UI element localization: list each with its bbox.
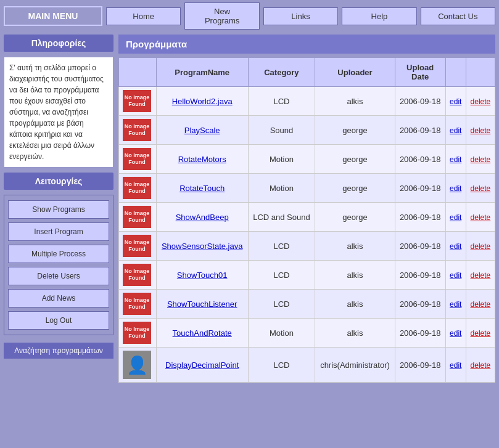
program-category-cell: LCD	[248, 232, 315, 261]
program-name-cell: PlayScale	[156, 116, 248, 145]
program-name-cell: ShowTouchListener	[156, 290, 248, 319]
delete-link[interactable]: delete	[471, 300, 491, 309]
program-name-cell: RotateMotors	[156, 145, 248, 174]
delete-link[interactable]: delete	[471, 361, 491, 370]
program-delete-cell: delete	[466, 203, 495, 232]
program-uploader-cell: alkis	[315, 261, 395, 290]
no-image-placeholder: No Image Found	[123, 119, 151, 141]
program-name-link[interactable]: TouchAndRotate	[173, 328, 232, 338]
program-uploader-cell: george	[315, 174, 395, 203]
table-row: 👤DisplayDecimalPointLCDchris(Administrat…	[119, 348, 495, 383]
program-delete-cell: delete	[466, 348, 495, 383]
edit-link[interactable]: edit	[450, 184, 461, 193]
edit-link[interactable]: edit	[450, 329, 461, 338]
program-name-link[interactable]: ShowTouchListener	[167, 299, 237, 309]
delete-link[interactable]: delete	[471, 329, 491, 338]
col-upload-date: UploadDate	[395, 58, 445, 87]
delete-link[interactable]: delete	[471, 97, 491, 106]
col-category: Category	[248, 58, 315, 87]
program-category-cell: LCD	[248, 290, 315, 319]
program-name-cell: RotateTouch	[156, 174, 248, 203]
delete-users-button[interactable]: Delete Users	[8, 267, 109, 285]
program-delete-cell: delete	[466, 174, 495, 203]
program-category-cell: Motion	[248, 145, 315, 174]
main-menu-label: MAIN MENU	[4, 6, 102, 26]
table-row: No Image FoundRotateMotorsMotiongeorge20…	[119, 145, 495, 174]
program-name-link[interactable]: ShowSensorState.java	[162, 242, 243, 251]
delete-link[interactable]: delete	[471, 242, 491, 251]
edit-link[interactable]: edit	[450, 242, 461, 251]
delete-link[interactable]: delete	[471, 184, 491, 193]
program-image-cell: No Image Found	[119, 116, 157, 145]
logout-button[interactable]: Log Out	[8, 311, 109, 330]
info-section-title: Πληροφορίες	[4, 35, 113, 52]
top-nav: MAIN MENU Home New Programs Links Help C…	[0, 0, 499, 32]
show-programs-button[interactable]: Show Programs	[8, 200, 109, 219]
program-name-link[interactable]: DisplayDecimalPoint	[165, 360, 239, 370]
nav-help-button[interactable]: Help	[342, 7, 416, 25]
program-date-cell: 2006-09-18	[395, 319, 445, 348]
edit-link[interactable]: edit	[450, 300, 461, 309]
delete-link[interactable]: delete	[471, 271, 491, 280]
no-image-placeholder: No Image Found	[123, 90, 151, 112]
delete-link[interactable]: delete	[471, 213, 491, 222]
col-image	[119, 58, 157, 87]
program-name-link[interactable]: RotateMotors	[178, 155, 226, 164]
program-category-cell: LCD and Sound	[248, 203, 315, 232]
program-delete-cell: delete	[466, 319, 495, 348]
program-date-cell: 2006-09-18	[395, 145, 445, 174]
program-edit-cell: edit	[445, 116, 466, 145]
program-name-link[interactable]: ShowTouch01	[177, 271, 228, 280]
program-delete-cell: delete	[466, 87, 495, 116]
delete-link[interactable]: delete	[471, 155, 491, 164]
table-row: No Image FoundShowAndBeepLCD and Soundge…	[119, 203, 495, 232]
program-name-link[interactable]: ShowAndBeep	[176, 213, 229, 222]
insert-program-button[interactable]: Insert Program	[8, 222, 109, 241]
edit-link[interactable]: edit	[450, 155, 461, 164]
nav-contact-us-button[interactable]: Contact Us	[421, 7, 495, 25]
nav-links-button[interactable]: Links	[263, 7, 338, 25]
program-delete-cell: delete	[466, 116, 495, 145]
edit-link[interactable]: edit	[450, 361, 461, 370]
main-layout: Πληροφορίες Σ' αυτή τη σελίδα μπορεί ο δ…	[0, 32, 499, 385]
program-image: 👤	[123, 351, 151, 379]
add-news-button[interactable]: Add News	[8, 289, 109, 307]
program-edit-cell: edit	[445, 232, 466, 261]
program-date-cell: 2006-09-18	[395, 261, 445, 290]
program-edit-cell: edit	[445, 145, 466, 174]
program-name-cell: HelloWorld2.java	[156, 87, 248, 116]
program-category-cell: Sound	[248, 116, 315, 145]
program-name-link[interactable]: HelloWorld2.java	[172, 97, 233, 106]
program-edit-cell: edit	[445, 87, 466, 116]
table-header-row: ProgramName Category Uploader UploadDate	[119, 58, 495, 87]
program-delete-cell: delete	[466, 261, 495, 290]
edit-link[interactable]: edit	[450, 271, 461, 280]
program-name-link[interactable]: PlayScale	[184, 126, 220, 135]
multiple-process-button[interactable]: Multiple Process	[8, 245, 109, 263]
sidebar: Πληροφορίες Σ' αυτή τη σελίδα μπορεί ο δ…	[4, 35, 113, 383]
nav-new-programs-button[interactable]: New Programs	[184, 2, 259, 30]
table-row: No Image FoundPlayScaleSoundgeorge2006-0…	[119, 116, 495, 145]
delete-link[interactable]: delete	[471, 126, 491, 135]
program-date-cell: 2006-09-18	[395, 290, 445, 319]
program-date-cell: 2006-09-18	[395, 87, 445, 116]
program-uploader-cell: george	[315, 116, 395, 145]
no-image-placeholder: No Image Found	[123, 322, 151, 344]
content-title: Προγράμματα	[118, 35, 495, 54]
edit-link[interactable]: edit	[450, 97, 461, 106]
program-category-cell: LCD	[248, 348, 315, 383]
program-name-cell: TouchAndRotate	[156, 319, 248, 348]
program-uploader-cell: george	[315, 203, 395, 232]
program-date-cell: 2006-09-18	[395, 116, 445, 145]
edit-link[interactable]: edit	[450, 213, 461, 222]
program-category-cell: Motion	[248, 174, 315, 203]
program-name-cell: ShowSensorState.java	[156, 232, 248, 261]
table-row: No Image FoundHelloWorld2.javaLCDalkis20…	[119, 87, 495, 116]
nav-home-button[interactable]: Home	[106, 7, 181, 25]
program-image-cell: No Image Found	[119, 261, 157, 290]
program-date-cell: 2006-09-18	[395, 348, 445, 383]
col-delete	[466, 58, 495, 87]
program-name-link[interactable]: RotateTouch	[179, 184, 225, 193]
edit-link[interactable]: edit	[450, 126, 461, 135]
no-image-placeholder: No Image Found	[123, 206, 151, 228]
